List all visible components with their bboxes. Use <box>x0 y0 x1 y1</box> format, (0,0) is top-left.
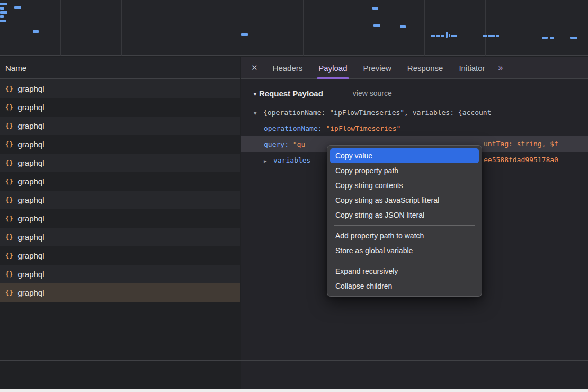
timeline-request-bar <box>488 35 495 37</box>
timeline-request-bar <box>542 37 548 39</box>
request-name: graphql <box>17 140 44 149</box>
request-name: graphql <box>17 214 44 223</box>
view-source-link[interactable]: view source <box>353 89 392 97</box>
timeline-request-bar <box>0 3 7 5</box>
json-braces-icon: {} <box>5 215 13 222</box>
timeline-request-bar <box>33 30 39 33</box>
request-name: graphql <box>17 270 44 279</box>
payload-root-row[interactable]: {operationName: "ipFlowTimeseries", vari… <box>241 104 588 120</box>
timeline-request-bar <box>400 25 406 28</box>
menu-item-expand-recursively[interactable]: Expand recursively <box>330 264 479 279</box>
timeline-gridline <box>121 0 122 56</box>
request-row[interactable]: {}graphql <box>0 228 240 246</box>
request-row[interactable]: {}graphql <box>0 191 240 209</box>
tab-headers[interactable]: Headers <box>265 57 311 79</box>
property-value-continuation: untTag: string, $f <box>484 136 558 152</box>
request-name: graphql <box>17 288 44 297</box>
request-payload-section-header: Request Payload view source <box>241 86 588 101</box>
timeline-request-bar <box>496 35 499 37</box>
collapse-section-triangle-icon[interactable] <box>253 88 257 98</box>
json-braces-icon: {} <box>5 104 13 111</box>
request-name: graphql <box>17 103 44 112</box>
menu-item-copy-value[interactable]: Copy value <box>330 148 479 163</box>
request-row[interactable]: {}graphql <box>0 172 240 191</box>
timeline-request-bar <box>451 35 457 37</box>
menu-separator <box>334 261 475 261</box>
property-value: "ipFlowTimeseries" <box>326 124 400 132</box>
request-name: graphql <box>17 158 44 167</box>
json-braces-icon: {} <box>5 85 13 93</box>
tab-payload[interactable]: Payload <box>310 57 355 79</box>
json-braces-icon: {} <box>5 252 13 260</box>
property-key: query: <box>264 140 289 148</box>
timeline-request-bar <box>431 35 435 37</box>
expand-variables-triangle-icon[interactable] <box>264 156 273 164</box>
menu-item-add-property-path-to-watch[interactable]: Add property path to watch <box>330 228 479 243</box>
json-braces-icon: {} <box>5 271 13 278</box>
timeline-gridline <box>546 0 546 56</box>
request-name: graphql <box>17 177 44 186</box>
request-name: graphql <box>17 233 44 242</box>
section-title: Request Payload <box>259 89 323 98</box>
property-key: operationName: <box>264 124 322 132</box>
menu-item-copy-string-contents[interactable]: Copy string contents <box>330 178 479 193</box>
menu-separator <box>334 225 475 226</box>
property-value-start: "qu <box>293 140 305 148</box>
request-name: graphql <box>17 251 44 260</box>
timeline-gridline <box>424 0 425 56</box>
timeline-request-bar <box>449 34 450 37</box>
request-row[interactable]: {}graphql <box>0 283 240 302</box>
network-overview-timeline[interactable] <box>0 0 588 56</box>
property-key: variables <box>273 156 310 164</box>
request-list: {}graphql{}graphql{}graphql{}graphql{}gr… <box>0 79 240 302</box>
tab-preview[interactable]: Preview <box>355 57 399 79</box>
network-request-panel: Name {}graphql{}graphql{}graphql{}graphq… <box>0 57 240 392</box>
close-icon[interactable]: ✕ <box>244 63 265 73</box>
json-braces-icon: {} <box>5 289 13 297</box>
request-name: graphql <box>17 195 44 204</box>
devtools-window: Name {}graphql{}graphql{}graphql{}graphq… <box>0 0 588 392</box>
menu-item-store-as-global-variable[interactable]: Store as global variable <box>330 243 479 258</box>
request-row[interactable]: {}graphql <box>0 98 240 117</box>
root-object-preview: {operationName: "ipFlowTimeseries", vari… <box>263 109 491 117</box>
timeline-request-bar <box>0 20 6 22</box>
request-row[interactable]: {}graphql <box>0 209 240 228</box>
json-braces-icon: {} <box>5 234 13 241</box>
timeline-request-bar <box>14 6 21 9</box>
json-braces-icon: {} <box>5 122 13 130</box>
request-row[interactable]: {}graphql <box>0 265 240 283</box>
timeline-request-bar <box>0 11 7 14</box>
timeline-gridline <box>60 0 61 56</box>
collapse-root-triangle-icon[interactable] <box>254 109 263 117</box>
timeline-gridline <box>243 0 243 56</box>
window-bottom-edge <box>0 389 588 392</box>
request-row[interactable]: {}graphql <box>0 117 240 135</box>
request-name: graphql <box>17 84 44 93</box>
request-name: graphql <box>17 121 44 130</box>
json-braces-icon: {} <box>5 197 13 204</box>
request-row[interactable]: {}graphql <box>0 246 240 265</box>
request-row[interactable]: {}graphql <box>0 79 240 98</box>
payload-row-operationname[interactable]: operationName: "ipFlowTimeseries" <box>241 120 588 136</box>
timeline-request-bar <box>570 37 577 39</box>
menu-item-copy-string-as-javascript-literal[interactable]: Copy string as JavaScript literal <box>330 193 479 208</box>
name-column-header[interactable]: Name <box>0 57 240 79</box>
timeline-gridline <box>182 0 182 56</box>
name-column-label: Name <box>5 64 26 73</box>
timeline-request-bar <box>550 37 554 39</box>
more-tabs-icon[interactable]: » <box>498 63 503 73</box>
tab-response[interactable]: Response <box>399 57 451 79</box>
menu-item-collapse-children[interactable]: Collapse children <box>330 279 479 293</box>
tab-initiator[interactable]: Initiator <box>451 57 493 79</box>
menu-item-copy-string-as-json-literal[interactable]: Copy string as JSON literal <box>330 208 479 222</box>
json-braces-icon: {} <box>5 141 13 148</box>
menu-item-copy-property-path[interactable]: Copy property path <box>330 163 479 178</box>
json-braces-icon: {} <box>5 159 13 167</box>
timeline-request-bar <box>446 32 448 38</box>
request-row[interactable]: {}graphql <box>0 154 240 172</box>
timeline-request-bar <box>483 35 487 37</box>
timeline-gridline <box>485 0 486 56</box>
request-row[interactable]: {}graphql <box>0 135 240 154</box>
property-value-continuation: ee5588fdad995178a0 <box>484 152 558 168</box>
timeline-request-bar <box>241 33 248 36</box>
